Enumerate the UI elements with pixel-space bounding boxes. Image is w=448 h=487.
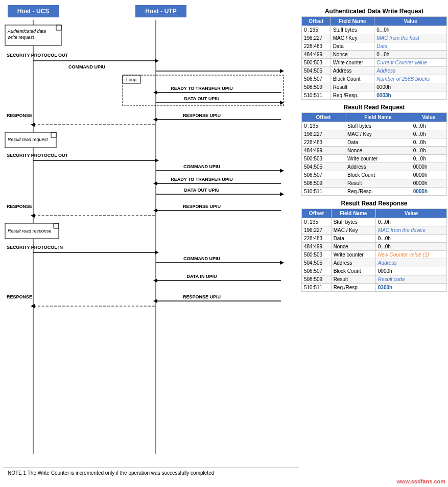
table-cell: 0...0h bbox=[375, 218, 446, 226]
svg-marker-44 bbox=[153, 181, 157, 185]
table-cell: Block Count bbox=[345, 171, 411, 179]
svg-marker-20 bbox=[153, 90, 157, 95]
table3-col-field: Field Name bbox=[331, 209, 375, 218]
table-cell: Address bbox=[375, 259, 446, 267]
table2-title: Result Read Request bbox=[301, 104, 447, 111]
table-cell: 484:499 bbox=[302, 243, 332, 251]
table-cell: 0003h bbox=[374, 91, 447, 100]
table3-col-value: Value bbox=[375, 209, 446, 218]
table2-col-field: Field Name bbox=[345, 113, 411, 122]
table-cell: 0...0h bbox=[374, 26, 447, 34]
table-cell: 504:505 bbox=[302, 259, 332, 267]
svg-marker-65 bbox=[280, 261, 284, 265]
svg-text:write request: write request bbox=[8, 35, 34, 40]
table-cell: MAC / Key bbox=[331, 34, 374, 42]
svg-text:DATA IN UPIU: DATA IN UPIU bbox=[187, 274, 217, 279]
svg-text:SECURITY PROTOCOL OUT: SECURITY PROTOCOL OUT bbox=[7, 153, 68, 158]
svg-marker-62 bbox=[155, 250, 159, 254]
table-row: 508:509Result0000h bbox=[302, 179, 447, 188]
table-cell: 500:503 bbox=[302, 251, 332, 259]
table-row: 196:227MAC / Key0...0h bbox=[302, 130, 447, 138]
table-row: 504:505AddressAddress bbox=[302, 67, 447, 75]
table-cell: 0000h bbox=[411, 179, 446, 188]
table-cell: Address bbox=[374, 67, 447, 75]
table-cell: Number of 256B blocks bbox=[374, 75, 447, 83]
table-row: 196:227MAC / KeyMAC from the host bbox=[302, 34, 447, 42]
svg-marker-53 bbox=[31, 214, 35, 218]
table-cell: 508:509 bbox=[302, 179, 345, 188]
table-row: 484:499Nonce0...0h bbox=[302, 147, 447, 155]
table-cell: Stuff bytes bbox=[331, 26, 374, 34]
bottom-note: NOTE 1 The Write Counter is incremented … bbox=[3, 467, 299, 478]
table-row: 228:483Data0...0h bbox=[302, 138, 447, 147]
table-cell: 0...0h bbox=[374, 51, 447, 59]
table-cell: 0...0h bbox=[411, 122, 446, 130]
table2-col-offset: Offset bbox=[302, 113, 345, 122]
table-cell: 0...0h bbox=[411, 147, 446, 155]
table-cell: 0000h bbox=[411, 171, 446, 179]
table-cell: Result code bbox=[375, 275, 446, 284]
svg-marker-72 bbox=[153, 299, 157, 303]
table-cell: 506:507 bbox=[302, 267, 332, 275]
table-cell: Stuff bytes bbox=[345, 122, 411, 130]
table-cell: 196:227 bbox=[302, 34, 331, 42]
table-row: 508:509Result0000h bbox=[302, 83, 447, 91]
svg-text:RESPONSE UPIU: RESPONSE UPIU bbox=[183, 204, 221, 209]
table-row: 484:499Nonce0...0h bbox=[302, 51, 447, 59]
table-cell: Address bbox=[345, 163, 411, 171]
svg-text:Authenticated data: Authenticated data bbox=[7, 29, 46, 34]
table-cell: 500:503 bbox=[302, 59, 331, 67]
table-cell: Data bbox=[345, 138, 411, 147]
table-cell: Write counter bbox=[331, 251, 375, 259]
table-cell: 0...0h bbox=[411, 130, 446, 138]
table-cell: 228:483 bbox=[302, 42, 331, 51]
table-cell: 196:227 bbox=[302, 130, 345, 138]
table3-col-offset: Offset bbox=[302, 209, 332, 218]
table-cell: 228:483 bbox=[302, 138, 345, 147]
table-row: 506:507Block Count0000h bbox=[302, 171, 447, 179]
svg-marker-41 bbox=[280, 169, 284, 173]
table-cell: Req./Resp. bbox=[331, 91, 374, 100]
table-cell: Address bbox=[331, 259, 375, 267]
table-cell: Block Count bbox=[331, 267, 375, 275]
svg-text:READY TO TRANSFER UPIU: READY TO TRANSFER UPIU bbox=[171, 177, 233, 182]
table-cell: 228:483 bbox=[302, 235, 332, 243]
table1-col-field: Field Name bbox=[331, 17, 374, 26]
watermark: www.ssdfans.com bbox=[396, 478, 445, 484]
table-cell: 510:511 bbox=[302, 284, 332, 292]
table1-col-value: Value bbox=[374, 17, 447, 26]
table-cell: 0 :195 bbox=[302, 26, 331, 34]
svg-text:RESPONSE UPIU: RESPONSE UPIU bbox=[183, 294, 221, 299]
table-cell: 504:505 bbox=[302, 163, 345, 171]
table-row: 510:511Req./Resp.0003h bbox=[302, 91, 447, 100]
table-row: 500:503Write counter0...0h bbox=[302, 155, 447, 163]
table-cell: 504:505 bbox=[302, 67, 331, 75]
table-row: 228:483Data0...0h bbox=[302, 235, 447, 243]
svg-text:SECURITY PROTOCOL OUT: SECURITY PROTOCOL OUT bbox=[7, 53, 68, 58]
table2: Offset Field Name Value 0 :195Stuff byte… bbox=[301, 112, 447, 196]
svg-text:RESPONSE: RESPONSE bbox=[7, 204, 32, 209]
svg-text:COMMAND UPIU: COMMAND UPIU bbox=[68, 64, 105, 69]
table-cell: 0 :195 bbox=[302, 122, 345, 130]
table-row: 508:509ResultResult code bbox=[302, 275, 447, 284]
table-row: 0 :195Stuff bytes0...0h bbox=[302, 26, 447, 34]
svg-text:DATA OUT UPIU: DATA OUT UPIU bbox=[184, 188, 220, 193]
table-row: 228:483DataData bbox=[302, 42, 447, 51]
svg-text:COMMAND UPIU: COMMAND UPIU bbox=[183, 164, 220, 169]
table-cell: 0000h bbox=[374, 83, 447, 91]
svg-text:RESPONSE UPIU: RESPONSE UPIU bbox=[183, 113, 221, 118]
table1: Offset Field Name Value 0 :195Stuff byte… bbox=[301, 16, 447, 100]
table-cell: 508:509 bbox=[302, 275, 332, 284]
table-cell: 0005h bbox=[411, 188, 446, 196]
table-row: 196:227MAC / KeyMAC from the device bbox=[302, 226, 447, 235]
svg-marker-14 bbox=[280, 69, 284, 73]
table-cell: 0...0h bbox=[411, 155, 446, 163]
table-cell: Data bbox=[374, 42, 447, 51]
table-row: 510:511Req./Resp.0005h bbox=[302, 188, 447, 196]
table-cell: 0 :195 bbox=[302, 218, 332, 226]
svg-text:RESPONSE: RESPONSE bbox=[7, 113, 32, 118]
table-row: 504:505AddressAddress bbox=[302, 259, 447, 267]
table-cell: 196:227 bbox=[302, 226, 332, 235]
tables-section: Authenticated Data Write Request Offset … bbox=[299, 5, 447, 478]
table-row: 500:503Write counterNew Counter value (1… bbox=[302, 251, 447, 259]
